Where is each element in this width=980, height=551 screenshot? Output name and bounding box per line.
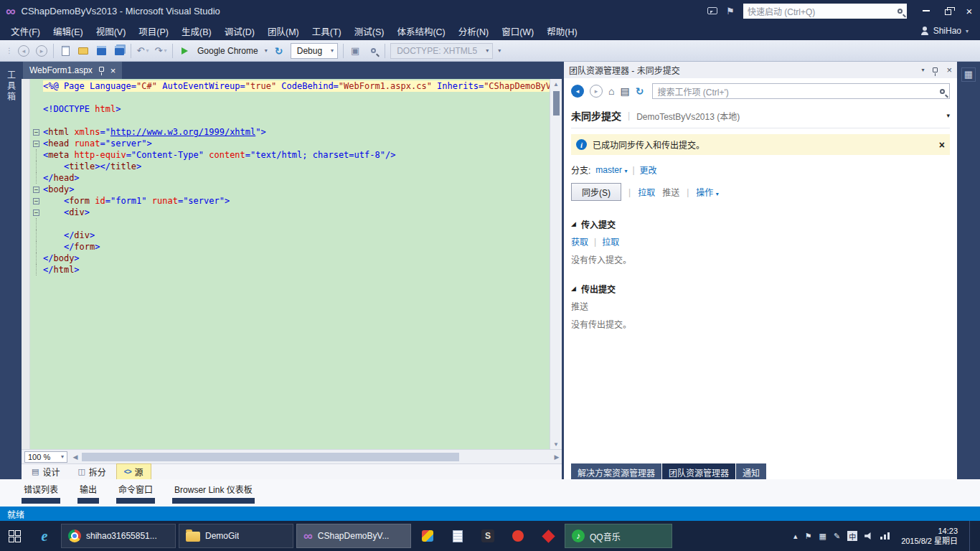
browser-dropdown-icon[interactable]: ▾ <box>265 47 268 54</box>
save-all-button[interactable] <box>113 44 126 58</box>
menu-item[interactable]: 帮助(H) <box>540 21 583 42</box>
code-line[interactable]: <div> <box>43 207 550 218</box>
menu-item[interactable]: 测试(S) <box>348 21 391 42</box>
network-icon[interactable] <box>880 532 890 540</box>
taskbar-red-app[interactable] <box>504 524 532 548</box>
fold-toggle-icon[interactable]: − <box>33 129 39 136</box>
autohide-panel-tab[interactable]: Browser Link 仪表板 <box>172 482 255 504</box>
incoming-commits-header[interactable]: ◢ 传入提交 <box>571 218 950 230</box>
volume-icon[interactable] <box>864 532 873 540</box>
tray-grid-icon[interactable]: ▦ <box>819 532 826 541</box>
page-switch-chevron-icon[interactable]: ▾ <box>946 112 950 119</box>
fold-toggle-icon[interactable]: − <box>33 141 39 147</box>
fetch-link[interactable]: 获取 <box>571 235 588 248</box>
fold-toggle-icon[interactable]: − <box>33 198 39 204</box>
undo-button[interactable]: ↶▾ <box>136 44 149 58</box>
menu-item[interactable]: 编辑(E) <box>47 21 90 42</box>
code-line[interactable]: <html xmlns="http://www.w3.org/1999/xhtm… <box>43 126 550 138</box>
attach-process-icon[interactable]: ▣ <box>349 44 362 58</box>
start-button[interactable] <box>0 521 29 551</box>
redo-button[interactable]: ↷▾ <box>154 44 167 58</box>
outgoing-push-link[interactable]: 推送 <box>571 300 588 312</box>
close-icon[interactable]: × <box>110 66 116 75</box>
code-line[interactable]: <form id="form1" runat="server"> <box>43 195 550 207</box>
auto-hide-pin-icon[interactable] <box>933 67 938 72</box>
toolbar-overflow-icon[interactable]: ▾ <box>498 47 501 54</box>
branch-dropdown[interactable]: master ▾ <box>595 165 627 175</box>
scroll-up-icon[interactable]: ▲ <box>553 79 559 89</box>
work-items-button[interactable]: ▤ <box>620 85 629 97</box>
ime-indicator[interactable]: 中 <box>847 531 857 541</box>
code-line[interactable] <box>43 218 550 230</box>
code-line[interactable]: </html> <box>43 264 550 276</box>
push-link[interactable]: 推送 <box>662 186 679 198</box>
scroll-left-icon[interactable]: ◀ <box>70 453 80 461</box>
horizontal-scroll-track[interactable] <box>80 450 552 463</box>
menu-item[interactable]: 文件(F) <box>4 21 47 42</box>
code-line[interactable]: </div> <box>43 230 550 241</box>
code-line[interactable]: <body> <box>43 184 550 195</box>
autohide-panel-tab[interactable]: 命令窗口 <box>116 482 155 504</box>
taskbar-visual-studio[interactable]: ∞CShapDemoByV... <box>296 524 411 548</box>
fold-toggle-icon[interactable]: − <box>33 187 39 193</box>
quick-launch-input[interactable]: 快速启动 (Ctrl+Q) <box>743 4 907 19</box>
tray-up-arrow-icon[interactable]: ▴ <box>793 532 798 541</box>
code-line[interactable]: <!DOCTYPE html> <box>43 103 550 115</box>
scroll-down-icon[interactable]: ▼ <box>553 439 559 449</box>
start-debug-button[interactable] <box>178 44 191 58</box>
pull-link[interactable]: 拉取 <box>638 186 655 198</box>
code-line[interactable]: </form> <box>43 241 550 253</box>
feedback-icon[interactable] <box>707 7 717 14</box>
pin-icon[interactable] <box>99 67 104 72</box>
menu-item[interactable]: 调试(D) <box>218 21 261 42</box>
menu-item[interactable]: 体系结构(C) <box>390 21 451 42</box>
close-button[interactable]: × <box>958 0 980 22</box>
page-header[interactable]: 未同步提交 | DemoTestByVs2013 (本地) ▾ <box>571 105 950 128</box>
actions-dropdown[interactable]: 操作 ▾ <box>696 186 718 198</box>
taskbar-red-diamond-app[interactable] <box>534 524 562 548</box>
changes-link[interactable]: 更改 <box>640 164 657 176</box>
menu-item[interactable]: 工具(T) <box>306 21 348 42</box>
vertical-scroll-thumb[interactable] <box>553 91 560 116</box>
new-file-button[interactable] <box>59 44 72 58</box>
tool-window-tab[interactable]: 通知 <box>736 463 766 479</box>
taskbar-notepad[interactable] <box>443 524 472 548</box>
open-file-button[interactable] <box>77 44 90 58</box>
navigate-forward-button[interactable]: ▸ <box>35 44 48 58</box>
taskbar-ie[interactable]: e <box>30 524 59 548</box>
sidebar-tab-toolbox[interactable]: 工具箱 <box>5 67 17 105</box>
code-line[interactable] <box>43 92 550 103</box>
taskbar-qq-music[interactable]: ♪QQ音乐 <box>565 524 672 548</box>
sync-button[interactable]: 同步(S) <box>571 183 621 201</box>
editor-vertical-scrollbar[interactable]: ▲ ▼ <box>550 79 562 449</box>
work-item-search-input[interactable]: 搜索工作项 (Ctrl+') <box>652 83 950 99</box>
taskbar-chrome[interactable]: shihao31655851... <box>61 524 176 548</box>
tab-split[interactable]: ◫拆分 <box>70 463 113 480</box>
refresh-button[interactable]: ↻ <box>636 85 644 97</box>
menu-item[interactable]: 团队(M) <box>261 21 306 42</box>
tool-window-tab[interactable]: 团队资源管理器 <box>662 463 735 479</box>
collapsed-panel-tab[interactable]: ▦ <box>961 67 976 82</box>
pen-icon[interactable]: ✎ <box>834 532 840 541</box>
team-explorer-titlebar[interactable]: 团队资源管理器 - 未同步提交 ▾ × <box>564 62 957 78</box>
taskbar-s-app[interactable]: S <box>473 524 502 548</box>
fold-toggle-icon[interactable]: − <box>33 209 39 216</box>
incoming-pull-link[interactable]: 拉取 <box>602 235 619 248</box>
doctype-dropdown[interactable]: DOCTYPE: XHTML5 ▾ <box>390 43 493 59</box>
signed-in-user[interactable]: ShiHao ▾ <box>920 26 980 36</box>
find-in-files-icon[interactable] <box>367 44 380 58</box>
refresh-button[interactable]: ↻ <box>273 44 286 58</box>
taskbar-paint-app[interactable] <box>413 524 442 548</box>
code-line[interactable]: <%@ Page Language="C#" AutoEventWireup="… <box>43 80 550 92</box>
indicator-margin[interactable] <box>22 79 30 449</box>
browser-target-label[interactable]: Google Chrome <box>197 46 258 56</box>
info-close-icon[interactable]: × <box>939 139 945 151</box>
autohide-panel-tab[interactable]: 错误列表 <box>22 482 60 504</box>
code-line[interactable]: </head> <box>43 172 550 184</box>
scroll-right-icon[interactable]: ▶ <box>552 453 562 461</box>
notifications-flag-icon[interactable]: ⚑ <box>726 6 735 17</box>
taskbar-explorer-demogit[interactable]: DemoGit <box>179 524 293 548</box>
horizontal-scroll-thumb[interactable] <box>82 453 459 461</box>
close-panel-icon[interactable]: × <box>946 65 952 75</box>
code-line[interactable]: <title></title> <box>43 161 550 172</box>
